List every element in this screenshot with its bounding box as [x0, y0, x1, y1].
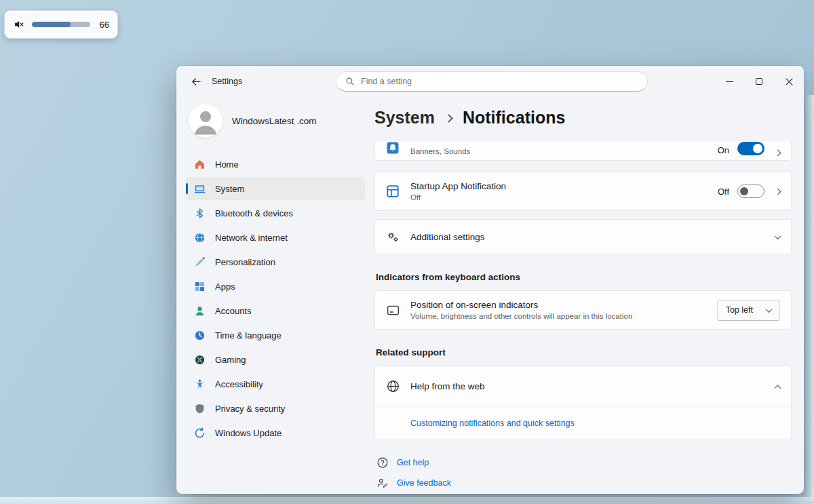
sidebar-item-label: System — [215, 184, 244, 194]
position-card-title: Position of on-screen indicators — [410, 300, 632, 310]
position-dropdown[interactable]: Top left — [717, 300, 780, 321]
sidebar-item-privacy-security[interactable]: Privacy & security — [186, 397, 365, 420]
sidebar-item-windows-update[interactable]: Windows Update — [186, 421, 365, 444]
person-icon — [194, 305, 206, 317]
shield-icon — [194, 403, 206, 414]
globe-network-icon — [194, 232, 206, 244]
volume-slider[interactable] — [32, 22, 90, 27]
startup-app-notification-card[interactable]: Startup App Notification Off Off — [374, 172, 792, 211]
startup-toggle-label: Off — [718, 187, 729, 197]
chevron-down-icon — [775, 233, 781, 239]
sidebar-item-label: Accounts — [215, 306, 251, 316]
startup-toggle[interactable] — [737, 185, 764, 198]
settings-window: Settings WindowsLatest .com — [176, 66, 804, 494]
get-help-link[interactable]: Get help — [397, 458, 429, 467]
sidebar-item-personalization[interactable]: Personalization — [186, 250, 365, 273]
sidebar-item-network-internet[interactable]: Network & internet — [186, 226, 365, 249]
footer-links: Get help Give feedback — [374, 457, 792, 489]
titlebar: Settings — [176, 66, 804, 97]
help-from-web-card: Help from the web Customizing notificati… — [374, 366, 792, 440]
user-profile[interactable]: WindowsLatest .com — [186, 100, 365, 138]
system-icon — [194, 183, 206, 195]
app-title: Settings — [212, 77, 242, 86]
chevron-right-icon — [775, 150, 781, 157]
back-button[interactable] — [186, 72, 206, 91]
breadcrumb-parent[interactable]: System — [374, 108, 435, 128]
startup-card-title: Startup App Notification — [410, 181, 506, 191]
notifications-toggle[interactable] — [737, 142, 764, 155]
sidebar-item-system[interactable]: System — [186, 177, 365, 200]
startup-app-icon — [386, 185, 400, 199]
caption-buttons — [714, 66, 804, 97]
user-name: WindowsLatest .com — [232, 116, 317, 126]
sidebar-item-label: Apps — [215, 282, 235, 292]
sidebar-item-label: Bluetooth & devices — [215, 208, 293, 218]
additional-settings-card[interactable]: Additional settings — [374, 219, 792, 254]
section-heading-related-support: Related support — [376, 347, 792, 357]
back-arrow-icon — [191, 77, 201, 87]
avatar — [189, 104, 222, 138]
volume-slider-fill — [32, 22, 71, 27]
get-help-row: Get help — [374, 457, 792, 469]
get-help-icon — [376, 457, 389, 469]
customizing-notifications-link[interactable]: Customizing notifications and quick sett… — [410, 419, 575, 428]
position-card-subtitle: Volume, brightness and other controls wi… — [410, 312, 632, 320]
sidebar-item-time-language[interactable]: Time & language — [186, 324, 365, 347]
sidebar-item-accounts[interactable]: Accounts — [186, 299, 365, 322]
notifications-card-subtitle: Banners, Sounds — [410, 147, 470, 155]
sidebar-nav: Home System Bluetooth & devices Network … — [186, 153, 365, 444]
help-from-web-header[interactable]: Help from the web — [375, 366, 791, 406]
section-heading-indicators: Indicators from keyboard actions — [376, 272, 792, 282]
breadcrumb: System Notifications — [374, 108, 792, 128]
home-icon — [194, 159, 206, 170]
page-content: System Notifications Banners, Sounds On — [374, 97, 804, 494]
accessibility-icon — [194, 379, 206, 390]
apps-grid-icon — [194, 281, 206, 292]
volume-flyout: 66 — [4, 10, 118, 39]
sidebar-item-label: Accessibility — [215, 379, 263, 389]
sidebar-item-gaming[interactable]: Gaming — [186, 348, 365, 371]
notification-bell-icon — [386, 141, 400, 155]
wallpaper-highlight — [805, 95, 814, 497]
search-input[interactable] — [361, 77, 638, 86]
startup-card-subtitle: Off — [410, 193, 506, 201]
sidebar-item-bluetooth-devices[interactable]: Bluetooth & devices — [186, 201, 365, 225]
volume-value: 66 — [97, 20, 109, 30]
xbox-icon — [194, 354, 206, 366]
sidebar-item-label: Windows Update — [215, 428, 282, 438]
breadcrumb-chevron-icon — [444, 114, 453, 123]
sidebar-item-home[interactable]: Home — [186, 153, 365, 176]
close-icon — [786, 78, 793, 85]
sidebar-item-apps[interactable]: Apps — [186, 275, 365, 298]
taskbar[interactable] — [0, 497, 814, 504]
chevron-down-icon — [766, 306, 773, 313]
help-link-row: Customizing notifications and quick sett… — [375, 406, 791, 440]
give-feedback-link[interactable]: Give feedback — [397, 478, 451, 488]
chevron-right-icon — [775, 188, 781, 195]
volume-muted-icon[interactable] — [13, 18, 25, 31]
position-indicators-card: Position of on-screen indicators Volume,… — [374, 290, 792, 330]
sidebar-item-accessibility[interactable]: Accessibility — [186, 372, 365, 395]
additional-settings-title: Additional settings — [410, 232, 485, 242]
gears-icon — [386, 230, 400, 244]
globe-icon — [386, 379, 400, 393]
sidebar-item-label: Privacy & security — [215, 404, 285, 414]
page-title: Notifications — [463, 108, 565, 128]
paintbrush-icon — [194, 256, 206, 268]
sidebar-item-label: Network & internet — [215, 233, 288, 243]
maximize-button[interactable] — [744, 66, 774, 97]
search-icon — [345, 77, 355, 86]
notifications-toggle-label: On — [718, 145, 729, 155]
feedback-icon — [376, 477, 389, 489]
sidebar-item-label: Gaming — [215, 355, 246, 365]
sidebar-item-label: Personalization — [215, 257, 275, 267]
close-button[interactable] — [774, 66, 804, 97]
help-from-web-title: Help from the web — [410, 381, 485, 391]
search-box[interactable] — [336, 71, 648, 92]
maximize-icon — [756, 78, 762, 85]
update-arrows-icon — [194, 427, 206, 439]
minimize-button[interactable] — [714, 66, 744, 97]
sidebar: WindowsLatest .com Home System Bluetooth… — [176, 97, 374, 494]
notifications-card[interactable]: Banners, Sounds On — [374, 141, 792, 161]
on-screen-indicator-icon — [386, 303, 400, 317]
